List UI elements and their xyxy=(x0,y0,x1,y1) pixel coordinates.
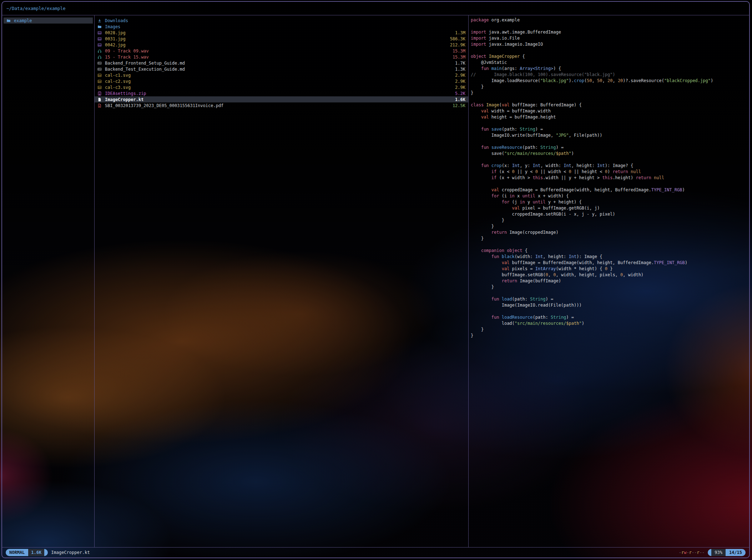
download-icon xyxy=(97,19,103,23)
pdf-icon xyxy=(97,104,103,108)
powerline-cap xyxy=(708,549,711,556)
file-row[interactable]: cal-c2.svg 2.9K xyxy=(95,78,468,84)
markdown-icon xyxy=(97,67,103,71)
yazi-panes: example Downloads Images 0028.jpg 1.3M xyxy=(2,15,749,547)
file-name: 0028.jpg xyxy=(105,30,126,35)
file-row[interactable]: 09 - Track 09.wav 15.3M xyxy=(95,48,468,54)
file-name: SBI_0032013739_2023_DE05_0003155631Invoi… xyxy=(105,103,223,108)
file-name: cal-c3.svg xyxy=(105,85,131,90)
mode-indicator: NORMAL xyxy=(6,549,28,556)
file-size: 2.9K xyxy=(451,79,465,84)
file-row[interactable]: Images xyxy=(95,24,468,30)
folder-icon xyxy=(6,19,12,23)
file-size-indicator: 1.6K xyxy=(28,549,44,556)
file-row[interactable]: 0042.jpg 212.9K xyxy=(95,42,468,48)
file-size: 12.5K xyxy=(449,103,465,108)
file-size: 15.3M xyxy=(449,55,465,60)
parent-pane: example xyxy=(2,15,95,547)
file-name: 09 - Track 09.wav xyxy=(105,49,149,54)
file-name: Downloads xyxy=(105,18,128,23)
file-row[interactable]: 0031.jpg 586.3K xyxy=(95,36,468,42)
file-name: IDEAsettings.zip xyxy=(105,91,146,96)
file-size: 212.9K xyxy=(446,42,465,47)
file-icon xyxy=(97,97,103,102)
parent-dir-label: example xyxy=(14,18,32,23)
file-size: 586.3K xyxy=(446,36,465,41)
file-size: 1.3M xyxy=(451,30,465,35)
terminal-window: ~/Data/example/example example Downloads… xyxy=(1,1,750,558)
file-row[interactable]: cal-c1.svg 2.9K xyxy=(95,72,468,78)
file-name: cal-c2.svg xyxy=(105,79,131,84)
file-name: 15 - Track 15.wav xyxy=(105,55,149,60)
current-path: ~/Data/example/example xyxy=(6,6,66,11)
file-name: Images xyxy=(105,24,120,29)
image-icon xyxy=(97,73,103,77)
markdown-icon xyxy=(97,61,103,65)
file-name: Backend_Frontend_Setup_Guide.md xyxy=(105,61,185,66)
file-row[interactable]: Backend_Test_Execution_Guide.md 1.3K xyxy=(95,66,468,72)
image-icon xyxy=(97,79,103,84)
file-size: 1.7K xyxy=(451,61,465,66)
file-name: Backend_Test_Execution_Guide.md xyxy=(105,67,185,72)
status-left: NORMAL 1.6K ImageCropper.kt xyxy=(6,549,90,556)
powerline-cap xyxy=(44,549,48,556)
current-file-name: ImageCropper.kt xyxy=(51,550,90,555)
audio-icon xyxy=(97,55,103,59)
permissions-indicator: -rw-r--r-- xyxy=(679,550,705,555)
code-preview: package org.example import java.awt.imag… xyxy=(471,17,747,339)
file-row[interactable]: Backend_Frontend_Setup_Guide.md 1.7K xyxy=(95,60,468,66)
parent-dir-item[interactable]: example xyxy=(4,17,93,24)
file-row[interactable]: cal-c3.svg 2.9K xyxy=(95,84,468,90)
file-size: 15.3M xyxy=(449,49,465,54)
files-pane: Downloads Images 0028.jpg 1.3M 0031.jpg … xyxy=(95,15,469,547)
file-name: 0031.jpg xyxy=(105,36,126,41)
status-bar: NORMAL 1.6K ImageCropper.kt -rw-r--r-- 9… xyxy=(2,547,749,558)
cursor-position: 14/15 xyxy=(726,549,746,556)
file-name: 0042.jpg xyxy=(105,42,126,47)
status-right: -rw-r--r-- 93% 14/15 xyxy=(679,549,746,556)
file-name: ImageCropper.kt xyxy=(105,97,143,102)
image-icon xyxy=(97,31,103,35)
file-name: cal-c1.svg xyxy=(105,73,131,78)
file-row[interactable]: 15 - Track 15.wav 15.3M xyxy=(95,54,468,60)
file-size: 2.9K xyxy=(451,85,465,90)
preview-pane: package org.example import java.awt.imag… xyxy=(469,15,749,547)
file-size: 2.9K xyxy=(451,73,465,78)
file-row[interactable]: IDEAsettings.zip 5.2K xyxy=(95,90,468,96)
folder-icon xyxy=(97,25,103,29)
file-size: 5.2K xyxy=(451,91,465,96)
file-row[interactable]: Downloads xyxy=(95,17,468,24)
file-row[interactable]: 0028.jpg 1.3M xyxy=(95,30,468,36)
audio-icon xyxy=(97,49,103,53)
archive-icon xyxy=(97,91,103,96)
image-icon xyxy=(97,85,103,90)
file-size: 1.3K xyxy=(451,67,465,72)
image-icon xyxy=(97,37,103,41)
file-size: 1.6K xyxy=(451,97,465,102)
scroll-percent: 93% xyxy=(711,549,726,556)
file-row[interactable]: SBI_0032013739_2023_DE05_0003155631Invoi… xyxy=(95,102,468,109)
file-row[interactable]: ImageCropper.kt 1.6K xyxy=(95,96,468,102)
image-icon xyxy=(97,43,103,47)
path-bar: ~/Data/example/example xyxy=(2,2,749,15)
